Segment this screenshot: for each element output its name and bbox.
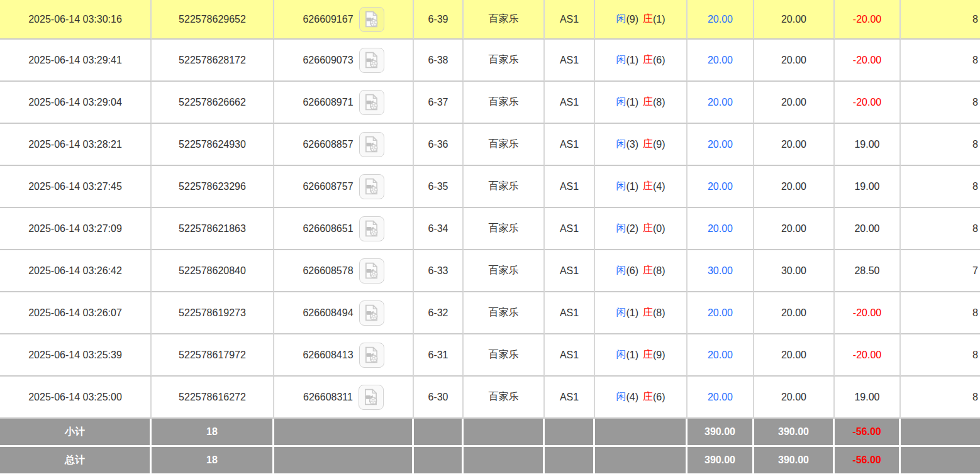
- round-number: 6-33: [428, 265, 448, 277]
- cell-balance: 8: [901, 377, 980, 419]
- banker-label: 庄: [643, 348, 653, 361]
- win-loss-amount: -20.00: [853, 14, 881, 25]
- cell-valid-bet: 20.00: [754, 124, 835, 166]
- cell-win-loss: 28.50: [835, 250, 901, 292]
- cell-game-type: 百家乐: [464, 82, 545, 124]
- bet-amount-link[interactable]: 20.00: [708, 139, 733, 150]
- bet-amount-link[interactable]: 20.00: [708, 181, 733, 192]
- video-replay-button[interactable]: [359, 132, 384, 157]
- cell-win-loss: 19.00: [835, 166, 901, 208]
- valid-bet-amount: 30.00: [781, 265, 806, 277]
- video-replay-button[interactable]: [359, 216, 384, 241]
- cell-table-name: AS1: [545, 124, 595, 166]
- table-row[interactable]: 2025-06-14 03:25:39 522578617972 6266084…: [0, 334, 980, 377]
- banker-score: (8): [653, 265, 665, 277]
- order-number: 522578626662: [179, 97, 246, 108]
- cell-bet-time: 2025-06-14 03:29:04: [0, 82, 152, 124]
- banker-label: 庄: [643, 96, 653, 109]
- table-name: AS1: [560, 350, 579, 361]
- player-label: 闲: [616, 96, 626, 109]
- valid-bet-amount: 20.00: [781, 307, 806, 319]
- banker-score: (6): [653, 392, 665, 403]
- cell-win-loss: 19.00: [835, 377, 901, 419]
- game-number: 626609073: [303, 55, 353, 66]
- bet-amount-link[interactable]: 20.00: [708, 307, 733, 319]
- balance-partial-digit: 8: [972, 139, 978, 150]
- bet-amount-link[interactable]: 30.00: [708, 265, 733, 277]
- table-row[interactable]: 2025-06-14 03:26:07 522578619273 6266084…: [0, 292, 980, 334]
- player-score: (1): [626, 97, 638, 108]
- player-label: 闲: [616, 180, 626, 193]
- bet-amount-link[interactable]: 20.00: [708, 392, 733, 403]
- bet-amount-link[interactable]: 20.00: [708, 223, 733, 234]
- bet-time: 2025-06-14 03:30:16: [28, 14, 122, 25]
- cell-win-loss: -20.00: [835, 82, 901, 124]
- table-row[interactable]: 2025-06-14 03:29:04 522578626662 6266089…: [0, 82, 980, 124]
- balance-partial-digit: 7: [972, 265, 978, 277]
- bet-time: 2025-06-14 03:29:41: [28, 55, 122, 66]
- video-replay-button[interactable]: [359, 300, 384, 326]
- video-replay-icon: [364, 220, 379, 237]
- cell-table-name: AS1: [545, 292, 595, 334]
- cell-balance: 8: [901, 166, 980, 208]
- video-replay-icon: [364, 346, 379, 363]
- order-number: 522578619273: [179, 307, 246, 319]
- cell-order-number: 522578628172: [152, 40, 274, 82]
- table-row[interactable]: 2025-06-14 03:26:42 522578620840 6266085…: [0, 250, 980, 292]
- valid-bet-amount: 20.00: [781, 14, 806, 25]
- video-replay-button[interactable]: [359, 385, 384, 410]
- player-label: 闲: [616, 348, 626, 361]
- video-replay-button[interactable]: [359, 258, 384, 284]
- bet-amount-link[interactable]: 20.00: [708, 14, 733, 25]
- player-score: (4): [626, 392, 638, 403]
- video-replay-icon: [364, 262, 379, 279]
- table-row[interactable]: 2025-06-14 03:25:00 522578616272 6266083…: [0, 377, 980, 419]
- cell-empty: [901, 419, 980, 447]
- order-number: 522578617972: [179, 350, 246, 361]
- game-type: 百家乐: [489, 138, 519, 151]
- bet-time: 2025-06-14 03:26:07: [28, 307, 122, 319]
- cell-order-number: 522578623296: [152, 166, 274, 208]
- cell-valid-bet: 20.00: [754, 82, 835, 124]
- player-score: (1): [626, 55, 638, 66]
- win-loss-amount: -20.00: [853, 350, 881, 361]
- bet-amount-link[interactable]: 20.00: [708, 350, 733, 361]
- table-row[interactable]: 2025-06-14 03:29:41 522578628172 6266090…: [0, 40, 980, 82]
- win-loss-amount: 19.00: [854, 181, 879, 192]
- cell-game-number: 626608971: [274, 82, 414, 124]
- order-number: 522578621863: [179, 223, 246, 234]
- cell-valid-bet: 20.00: [754, 208, 835, 250]
- cell-bet-time: 2025-06-14 03:27:45: [0, 166, 152, 208]
- table-row[interactable]: 2025-06-14 03:27:09 522578621863 6266086…: [0, 208, 980, 250]
- player-score: (1): [626, 350, 638, 361]
- cell-balance: 8: [901, 0, 980, 40]
- banker-score: (8): [653, 97, 665, 108]
- table-row[interactable]: 2025-06-14 03:27:45 522578623296 6266087…: [0, 166, 980, 208]
- cell-valid-bet: 20.00: [754, 166, 835, 208]
- valid-bet-amount: 20.00: [781, 55, 806, 66]
- bet-amount-link[interactable]: 20.00: [708, 55, 733, 66]
- cell-balance: 8: [901, 292, 980, 334]
- valid-bet-amount: 20.00: [781, 392, 806, 403]
- table-row[interactable]: 2025-06-14 03:28:21 522578624930 6266088…: [0, 124, 980, 166]
- video-replay-button[interactable]: [359, 174, 384, 199]
- cell-bet-amount: 30.00: [688, 250, 754, 292]
- cell-game-number: 626609073: [274, 40, 414, 82]
- cell-game-result: 闲(6)庄(8): [595, 250, 688, 292]
- bet-amount-link[interactable]: 20.00: [708, 97, 733, 108]
- table-row[interactable]: 2025-06-14 03:30:16 522578629652 6266091…: [0, 0, 980, 40]
- bet-time: 2025-06-14 03:26:42: [28, 265, 122, 277]
- video-replay-button[interactable]: [359, 7, 384, 32]
- video-replay-button[interactable]: [359, 343, 384, 368]
- cell-empty: [464, 419, 545, 447]
- summary-valid-total: 390.00: [778, 455, 809, 466]
- video-replay-icon: [364, 304, 379, 321]
- player-label: 闲: [616, 138, 626, 151]
- cell-table-name: AS1: [545, 250, 595, 292]
- banker-score: (0): [653, 223, 665, 234]
- video-replay-button[interactable]: [359, 48, 384, 73]
- game-type: 百家乐: [489, 53, 519, 67]
- video-replay-button[interactable]: [359, 90, 384, 115]
- cell-game-number: 626608413: [274, 334, 414, 377]
- banker-score: (9): [653, 139, 665, 150]
